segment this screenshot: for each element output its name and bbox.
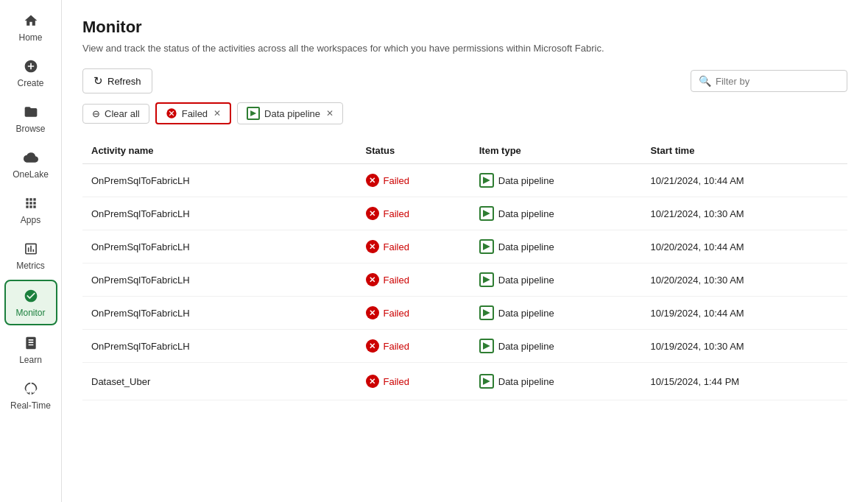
start-time-text: 10/21/2024, 10:44 AM — [650, 175, 744, 186]
item-type-cell: Data pipeline — [470, 297, 642, 330]
refresh-label: Refresh — [107, 76, 141, 87]
status-text: Failed — [384, 175, 409, 186]
onelake-icon — [22, 149, 40, 166]
failed-status-icon: ✕ — [366, 273, 379, 286]
status-text: Failed — [384, 241, 409, 252]
filter-input-wrap[interactable]: 🔍 — [691, 70, 847, 92]
filter-row: ⊖ Clear all Failed ✕ Data pipeline ✕ — [82, 102, 847, 124]
status-text: Failed — [384, 341, 409, 352]
sidebar-item-monitor-label: Monitor — [15, 308, 45, 318]
start-time-cell: 10/21/2024, 10:30 AM — [641, 197, 847, 230]
start-time-text: 10/19/2024, 10:44 AM — [650, 308, 744, 319]
table-body: OnPremSqlToFabricLH ✕ Failed Data pipeli… — [82, 164, 847, 400]
pipeline-type-icon — [479, 173, 494, 188]
sidebar-item-onelake-label: OneLake — [13, 169, 49, 180]
item-type-cell: Data pipeline — [470, 164, 642, 197]
item-type-text: Data pipeline — [498, 208, 554, 219]
apps-icon — [22, 194, 40, 212]
sidebar-item-create-label: Create — [17, 78, 43, 88]
start-time-text: 10/20/2024, 10:44 AM — [650, 241, 744, 252]
failed-filter-chip[interactable]: Failed ✕ — [155, 102, 231, 124]
start-time-cell: 10/20/2024, 10:30 AM — [641, 264, 847, 297]
failed-chip-icon — [166, 107, 177, 119]
start-time-text: 10/19/2024, 10:30 AM — [650, 341, 744, 352]
status-cell: ✕ Failed — [357, 330, 470, 363]
rerun-button[interactable]: ↺ — [156, 372, 175, 391]
col-start-time: Start time — [641, 139, 847, 164]
item-type-text: Data pipeline — [498, 308, 554, 319]
activity-name-text: OnPremSqlToFabricLH — [91, 208, 190, 219]
filter-input[interactable] — [716, 76, 839, 87]
table-row: OnPremSqlToFabricLH ✕ Failed Data pipeli… — [82, 330, 847, 363]
status-cell: ✕ Failed — [357, 264, 470, 297]
home-icon — [22, 12, 40, 29]
failed-status-icon: ✕ — [366, 240, 379, 253]
create-icon — [22, 57, 40, 75]
refresh-button[interactable]: ↻ Refresh — [82, 68, 152, 93]
activity-name-text: Dataset_Uber — [91, 376, 150, 387]
status-cell: ✕ Failed — [357, 297, 470, 330]
table-row: OnPremSqlToFabricLH ✕ Failed Data pipeli… — [82, 164, 847, 197]
failed-status-icon: ✕ — [366, 207, 379, 220]
sidebar-item-monitor[interactable]: Monitor — [4, 280, 57, 325]
item-type-cell: Data pipeline — [470, 230, 642, 264]
pipeline-type-icon — [479, 239, 494, 254]
activity-name-text: OnPremSqlToFabricLH — [91, 341, 190, 352]
start-time-text: 10/21/2024, 10:30 AM — [650, 208, 744, 219]
failed-chip-close[interactable]: ✕ — [214, 108, 221, 119]
start-time-cell: 10/15/2024, 1:44 PM — [641, 363, 847, 400]
item-type-cell: Data pipeline — [470, 330, 642, 363]
sidebar-item-home-label: Home — [18, 32, 42, 43]
sidebar-item-onelake[interactable]: OneLake — [4, 143, 57, 185]
sidebar: Home Create Browse OneLake — [0, 0, 62, 502]
sidebar-item-create[interactable]: Create — [4, 52, 57, 94]
sidebar-item-metrics[interactable]: Metrics — [4, 234, 57, 277]
sidebar-item-realtime[interactable]: Real-Time — [4, 374, 57, 417]
refresh-icon: ↻ — [93, 74, 103, 88]
activity-name-text: OnPremSqlToFabricLH — [91, 241, 190, 252]
clear-all-button[interactable]: ⊖ Clear all — [82, 104, 149, 124]
start-time-text: 10/15/2024, 1:44 PM — [650, 376, 739, 387]
metrics-icon — [22, 240, 40, 258]
monitor-icon — [22, 287, 40, 305]
status-text: Failed — [384, 376, 409, 387]
sidebar-item-apps-label: Apps — [21, 215, 40, 225]
status-text: Failed — [384, 308, 409, 319]
activity-name-cell: OnPremSqlToFabricLH — [82, 297, 357, 330]
sidebar-item-realtime-label: Real-Time — [10, 400, 51, 411]
col-status: Status — [357, 139, 470, 164]
status-text: Failed — [384, 275, 409, 286]
failed-status-icon: ✕ — [366, 375, 379, 388]
table-row: OnPremSqlToFabricLH ✕ Failed Data pipeli… — [82, 230, 847, 264]
pipeline-chip-close[interactable]: ✕ — [326, 108, 334, 119]
table-row: OnPremSqlToFabricLH ✕ Failed Data pipeli… — [82, 264, 847, 297]
sidebar-item-home[interactable]: Home — [4, 6, 57, 49]
failed-status-icon: ✕ — [366, 339, 379, 353]
info-button[interactable]: ⓘ — [181, 372, 200, 391]
item-type-text: Data pipeline — [498, 175, 554, 186]
start-time-text: 10/20/2024, 10:30 AM — [650, 275, 744, 286]
activity-name-cell: OnPremSqlToFabricLH — [82, 264, 357, 297]
data-table: Activity name Status Item type Start tim… — [82, 139, 847, 400]
item-type-text: Data pipeline — [498, 376, 554, 387]
more-button[interactable]: ··· — [206, 373, 222, 389]
sidebar-item-apps[interactable]: Apps — [4, 188, 57, 231]
status-cell: ✕ Failed — [357, 363, 470, 400]
sidebar-item-learn[interactable]: Learn — [4, 328, 57, 371]
start-time-cell: 10/19/2024, 10:30 AM — [641, 330, 847, 363]
activity-name-cell: OnPremSqlToFabricLH — [82, 164, 357, 197]
page-subtitle: View and track the status of the activit… — [82, 43, 847, 54]
sidebar-item-browse[interactable]: Browse — [4, 97, 57, 140]
pipeline-type-icon — [479, 305, 494, 320]
pipeline-type-icon — [479, 206, 494, 221]
col-item-type: Item type — [470, 139, 642, 164]
sidebar-item-learn-label: Learn — [19, 355, 42, 365]
activity-name-text: OnPremSqlToFabricLH — [91, 175, 190, 186]
failed-chip-label: Failed — [182, 108, 208, 119]
main-content: Monitor View and track the status of the… — [62, 0, 868, 502]
item-type-cell: Data pipeline — [470, 363, 642, 400]
clear-all-label: Clear all — [105, 108, 140, 119]
item-type-cell: Data pipeline — [470, 197, 642, 230]
failed-status-icon: ✕ — [366, 306, 379, 319]
pipeline-filter-chip[interactable]: Data pipeline ✕ — [237, 102, 343, 124]
